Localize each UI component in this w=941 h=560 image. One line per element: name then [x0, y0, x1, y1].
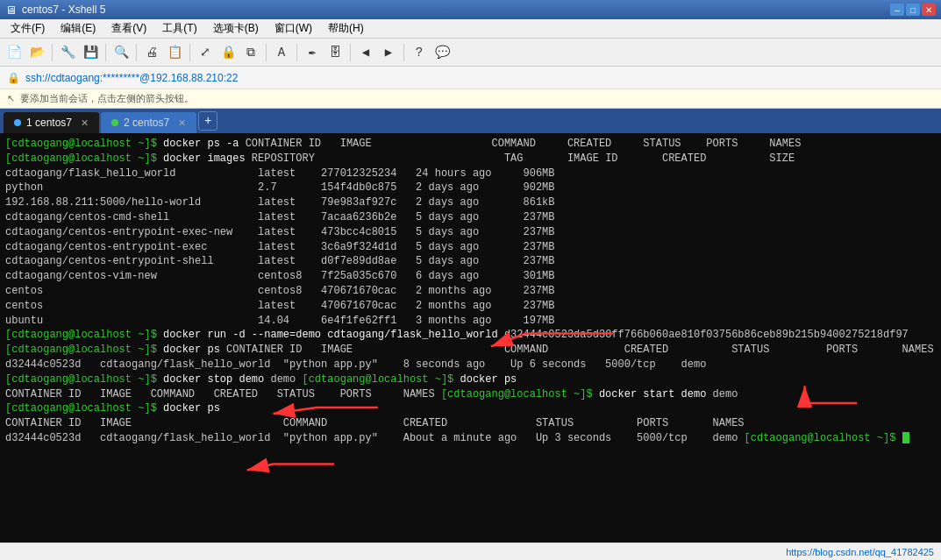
addr-icon: 🔒: [7, 72, 20, 84]
menu-view[interactable]: 查看(V): [104, 19, 153, 38]
arrow-left-button[interactable]: ◀: [355, 42, 376, 63]
menu-edit[interactable]: 编辑(E): [53, 19, 103, 38]
tab-label-1: 1 centos7: [26, 117, 72, 129]
toolbar-separator-4: [189, 44, 190, 61]
open-button[interactable]: 📂: [26, 42, 47, 63]
print-button[interactable]: 🖨: [141, 42, 162, 63]
font-button[interactable]: A: [271, 42, 292, 63]
terminal[interactable]: [cdtaogang@localhost ~]$ docker ps -a CO…: [0, 133, 941, 542]
new-session-button[interactable]: 📄: [4, 42, 25, 63]
main-content: [cdtaogang@localhost ~]$ docker ps -a CO…: [0, 133, 941, 560]
title-text: centos7 - Xshell 5: [22, 4, 105, 16]
tab-dot-1: [14, 119, 21, 126]
close-button[interactable]: ✕: [922, 4, 936, 16]
status-url: https://blog.csdn.net/qq_41782425: [786, 547, 934, 557]
clipboard-button[interactable]: 📋: [164, 42, 185, 63]
new-tab-button[interactable]: +: [198, 111, 217, 131]
sftp-button[interactable]: 🗄: [324, 42, 346, 63]
copy-button[interactable]: ⧉: [240, 42, 261, 63]
compose-button[interactable]: ✒: [302, 42, 323, 63]
infobar: ↖ 要添加当前会话，点击左侧的箭头按钮。: [0, 89, 941, 109]
terminal-wrapper: [cdtaogang@localhost ~]$ docker ps -a CO…: [0, 133, 941, 542]
menubar: 文件(F) 编辑(E) 查看(V) 工具(T) 选项卡(B) 窗口(W) 帮助(…: [0, 19, 941, 39]
tab-centos7-2[interactable]: 2 centos7 ✕: [101, 112, 196, 133]
toolbar-separator-2: [105, 44, 106, 61]
toolbar: 📄 📂 🔧 💾 🔍 🖨 📋 ⤢ 🔒 ⧉ A ✒ 🗄 ◀ ▶ ? 💬: [0, 39, 941, 67]
toolbar-separator-3: [136, 44, 137, 61]
tab-centos7-1[interactable]: 1 centos7 ✕: [4, 112, 99, 133]
toolbar-separator-8: [403, 44, 404, 61]
info-arrow-icon: ↖: [7, 93, 15, 104]
tab-dot-2: [111, 119, 118, 126]
menu-tools[interactable]: 工具(T): [155, 19, 203, 38]
toolbar-separator-6: [296, 44, 297, 61]
properties-button[interactable]: 🔧: [57, 42, 78, 63]
info-text: 要添加当前会话，点击左侧的箭头按钮。: [20, 92, 194, 105]
minimize-button[interactable]: –: [890, 4, 904, 16]
statusbar: https://blog.csdn.net/qq_41782425: [0, 542, 941, 560]
tab-close-2[interactable]: ✕: [178, 117, 186, 129]
tabbar: 1 centos7 ✕ 2 centos7 ✕ +: [0, 109, 941, 133]
menu-window[interactable]: 窗口(W): [267, 19, 319, 38]
addr-text: ssh://cdtaogang:*********@192.168.88.210…: [25, 72, 238, 84]
menu-file[interactable]: 文件(F): [4, 19, 52, 38]
zoom-button[interactable]: 🔍: [110, 42, 132, 63]
window-controls: – □ ✕: [890, 4, 936, 16]
addressbar: 🔒 ssh://cdtaogang:*********@192.168.88.2…: [0, 67, 941, 89]
toolbar-separator-1: [52, 44, 53, 61]
resize-button[interactable]: ⤢: [195, 42, 216, 63]
tab-close-1[interactable]: ✕: [81, 117, 89, 129]
tab-label-2: 2 centos7: [124, 117, 169, 129]
maximize-button[interactable]: □: [906, 4, 920, 16]
session-manager-button[interactable]: 💾: [80, 42, 101, 63]
menu-help[interactable]: 帮助(H): [321, 19, 371, 38]
toolbar-separator-5: [266, 44, 267, 61]
chat-button[interactable]: 💬: [431, 42, 453, 63]
lock-button[interactable]: 🔒: [217, 42, 239, 63]
menu-tabs[interactable]: 选项卡(B): [206, 19, 266, 38]
title-icon: 🖥: [5, 4, 17, 17]
help-button[interactable]: ?: [409, 42, 430, 63]
titlebar: 🖥 centos7 - Xshell 5 – □ ✕: [0, 0, 941, 19]
toolbar-separator-7: [350, 44, 351, 61]
arrow-right-button[interactable]: ▶: [378, 42, 399, 63]
